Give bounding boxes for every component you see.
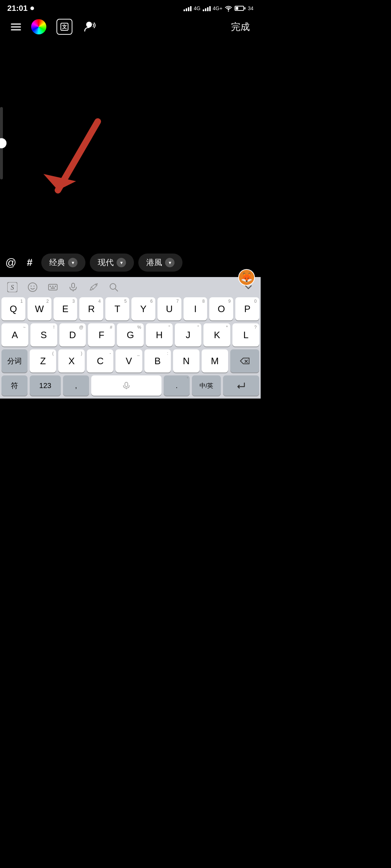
canvas-area[interactable] xyxy=(0,38,261,248)
key-p[interactable]: 0P xyxy=(235,297,259,320)
key-symbols[interactable]: 符 xyxy=(1,375,28,396)
style-chip-modern-label: 现代 xyxy=(98,257,114,268)
status-time: 21:01 xyxy=(7,4,34,13)
done-button[interactable]: 完成 xyxy=(231,21,250,33)
key-j[interactable]: "J xyxy=(175,323,202,346)
svg-point-0 xyxy=(228,10,229,12)
key-r[interactable]: 4R xyxy=(79,297,103,320)
svg-rect-13 xyxy=(52,286,54,287)
hongkong-down-arrow: ▾ xyxy=(165,258,175,267)
svg-text:S: S xyxy=(11,284,14,291)
text-style-icon[interactable]: 文 xyxy=(56,19,72,35)
search-icon[interactable] xyxy=(107,281,120,294)
key-period[interactable]: .° xyxy=(164,375,190,396)
style-chip-hongkong-label: 港風 xyxy=(146,257,162,268)
key-fenci[interactable]: 分词 xyxy=(1,349,28,373)
key-backspace[interactable] xyxy=(230,349,259,373)
svg-point-10 xyxy=(34,286,35,287)
key-g[interactable]: %G xyxy=(117,323,144,346)
key-n[interactable]: N xyxy=(173,349,199,373)
key-m[interactable]: M xyxy=(202,349,228,373)
modern-down-arrow: ▾ xyxy=(117,258,126,267)
key-f[interactable]: #F xyxy=(88,323,115,346)
key-lang-switch[interactable]: 中/英 xyxy=(192,375,221,396)
key-d[interactable]: @D xyxy=(59,323,86,346)
key-e[interactable]: 3E xyxy=(54,297,77,320)
status-icons: 4G 4G+ 34 xyxy=(184,5,253,12)
key-q[interactable]: 1Q xyxy=(1,297,25,320)
svg-text:文: 文 xyxy=(62,24,67,30)
hash-button[interactable]: # xyxy=(22,257,37,268)
key-o[interactable]: 9O xyxy=(209,297,233,320)
key-y[interactable]: 6Y xyxy=(131,297,155,320)
status-dot xyxy=(30,7,34,10)
signal-4g-icon xyxy=(184,5,192,11)
key-b[interactable]: :B xyxy=(144,349,171,373)
keyboard-toggle-icon[interactable] xyxy=(46,281,59,294)
key-z[interactable]: (Z xyxy=(30,349,56,373)
style-chip-modern[interactable]: 现代 ▾ xyxy=(90,254,134,272)
signal-4gplus-icon xyxy=(203,5,211,11)
size-slider-track xyxy=(0,107,3,179)
microphone-icon[interactable] xyxy=(67,281,80,294)
keyboard-toolbar-left: S xyxy=(6,281,120,294)
svg-line-21 xyxy=(115,289,118,291)
voice-head-icon xyxy=(83,20,98,33)
signal-4gplus-label: 4G+ xyxy=(213,5,223,11)
fox-emoji-button[interactable]: 🦊 xyxy=(238,269,255,286)
key-123[interactable]: 123 xyxy=(30,375,61,396)
text-icon-inner: 文 xyxy=(60,22,69,31)
arrow-indicator xyxy=(29,111,109,205)
status-bar: 21:01 4G 4G+ xyxy=(0,0,261,15)
voice-icon[interactable] xyxy=(83,19,98,35)
svg-rect-15 xyxy=(51,288,55,289)
key-t[interactable]: 5T xyxy=(105,297,129,320)
classic-down-arrow: ▾ xyxy=(68,258,77,267)
style-chip-hongkong[interactable]: 港風 ▾ xyxy=(138,254,182,272)
keyboard-area: 🦊 S xyxy=(0,277,261,399)
color-wheel-icon[interactable] xyxy=(31,19,46,34)
svg-point-9 xyxy=(31,286,32,287)
key-x[interactable]: )X xyxy=(58,349,85,373)
svg-point-8 xyxy=(28,283,37,292)
key-k[interactable]: *K xyxy=(203,323,230,346)
battery-percentage: 34 xyxy=(248,5,253,11)
backspace-icon xyxy=(240,357,250,365)
key-row-2: ~A !S @D #F %G "H "J *K ?L xyxy=(1,323,259,346)
menu-icon[interactable] xyxy=(11,24,21,30)
sogou-icon[interactable]: S xyxy=(6,281,19,294)
key-return[interactable] xyxy=(223,375,259,396)
key-h[interactable]: "H xyxy=(146,323,173,346)
key-u[interactable]: 7U xyxy=(157,297,181,320)
style-chip-classic[interactable]: 经典 ▾ xyxy=(41,254,85,272)
key-i[interactable]: 8I xyxy=(184,297,207,320)
svg-rect-16 xyxy=(72,283,75,288)
wifi-icon xyxy=(224,5,232,12)
keyboard-toolbar: 🦊 S xyxy=(0,277,261,296)
key-l[interactable]: ?L xyxy=(232,323,259,346)
time-display: 21:01 xyxy=(7,4,28,13)
svg-rect-11 xyxy=(49,284,57,290)
size-slider-thumb[interactable] xyxy=(0,138,7,148)
red-arrow-svg xyxy=(29,111,109,205)
at-button[interactable]: @ xyxy=(4,256,18,269)
key-a[interactable]: ~A xyxy=(1,323,28,346)
text-style-bar: @ # 经典 ▾ 现代 ▾ 港風 ▾ xyxy=(0,248,261,277)
top-toolbar: 文 完成 xyxy=(0,15,261,38)
pen-icon[interactable] xyxy=(87,281,100,294)
key-space[interactable] xyxy=(91,375,161,396)
svg-point-3 xyxy=(86,22,92,27)
svg-rect-14 xyxy=(55,286,56,287)
toolbar-left-icons: 文 xyxy=(11,19,98,35)
svg-rect-24 xyxy=(125,382,128,387)
key-row-1: 1Q 2W 3E 4R 5T 6Y 7U 8I 9O 0P xyxy=(1,297,259,320)
key-w[interactable]: 2W xyxy=(28,297,51,320)
key-s[interactable]: !S xyxy=(30,323,57,346)
style-chip-classic-label: 经典 xyxy=(49,257,65,268)
battery-icon xyxy=(235,6,245,11)
emoji-icon[interactable] xyxy=(26,281,39,294)
key-v[interactable]: _V xyxy=(115,349,142,373)
key-c[interactable]: -C xyxy=(87,349,113,373)
return-icon xyxy=(236,382,246,390)
key-comma[interactable]: , xyxy=(63,375,89,396)
